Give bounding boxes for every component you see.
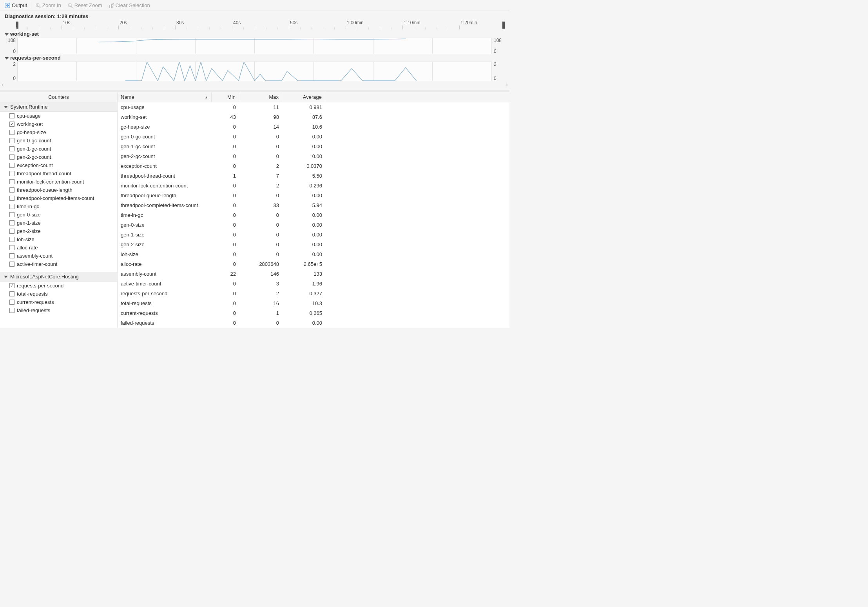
scroll-right-icon[interactable]: › — [506, 81, 508, 88]
counter-item[interactable]: working-set — [0, 120, 117, 128]
table-row[interactable]: gen-0-gc-count000.00 — [118, 132, 509, 142]
reset-zoom-button[interactable]: Reset Zoom — [65, 2, 105, 9]
counter-item[interactable]: active-timer-count — [0, 260, 117, 268]
cell-avg: 0.296 — [282, 181, 325, 191]
counter-checkbox[interactable] — [9, 179, 14, 184]
col-header-name[interactable]: Name ▲ — [118, 92, 212, 102]
counter-checkbox[interactable] — [9, 171, 14, 176]
counter-item[interactable]: threadpool-completed-items-count — [0, 194, 117, 202]
counter-item[interactable]: total-requests — [0, 290, 117, 298]
counter-checkbox[interactable] — [9, 187, 14, 193]
counter-checkbox[interactable] — [9, 113, 14, 118]
counter-group-header[interactable]: Microsoft.AspNetCore.Hosting — [0, 272, 117, 282]
counter-item[interactable]: alloc-rate — [0, 244, 117, 252]
table-row[interactable]: monitor-lock-contention-count020.296 — [118, 181, 509, 191]
table-row[interactable]: gen-2-size000.00 — [118, 240, 509, 249]
chart-plot[interactable] — [17, 62, 492, 81]
counter-item[interactable]: gen-0-size — [0, 211, 117, 219]
counter-checkbox[interactable] — [9, 212, 14, 217]
table-row[interactable]: gc-heap-size01410.6 — [118, 122, 509, 132]
table-row[interactable]: gen-2-gc-count000.00 — [118, 151, 509, 161]
clear-selection-button[interactable]: Clear Selection — [106, 2, 152, 9]
svg-rect-11 — [112, 6, 113, 8]
cell-avg: 87.6 — [282, 112, 325, 122]
col-header-max[interactable]: Max — [239, 92, 282, 102]
output-button[interactable]: Output — [2, 2, 29, 9]
table-row[interactable]: assembly-count22146133 — [118, 269, 509, 279]
counter-checkbox[interactable] — [9, 229, 14, 234]
counter-checkbox[interactable] — [9, 262, 14, 267]
table-row[interactable]: threadpool-queue-length000.00 — [118, 191, 509, 200]
table-row[interactable]: requests-per-second020.327 — [118, 289, 509, 298]
counter-item[interactable]: cpu-usage — [0, 112, 117, 120]
counter-checkbox[interactable] — [9, 245, 14, 250]
counter-item[interactable]: gen-2-size — [0, 227, 117, 235]
counter-item[interactable]: requests-per-second — [0, 282, 117, 290]
cell-min: 22 — [212, 269, 239, 279]
svg-line-3 — [39, 6, 40, 8]
counter-item[interactable]: current-requests — [0, 298, 117, 306]
counter-item[interactable]: gc-heap-size — [0, 128, 117, 136]
table-row[interactable]: threadpool-completed-items-count0335.94 — [118, 200, 509, 210]
table-row[interactable]: total-requests01610.3 — [118, 298, 509, 308]
table-row[interactable]: cpu-usage0110.981 — [118, 102, 509, 112]
col-header-avg[interactable]: Average — [282, 92, 325, 102]
table-row[interactable]: gen-1-size000.00 — [118, 230, 509, 240]
table-row[interactable]: alloc-rate028036482.65e+5 — [118, 259, 509, 269]
counter-checkbox[interactable] — [9, 146, 14, 151]
table-row[interactable]: gen-0-size000.00 — [118, 220, 509, 230]
counter-item[interactable]: threadpool-thread-count — [0, 169, 117, 178]
counter-item[interactable]: gen-0-gc-count — [0, 136, 117, 145]
counter-checkbox[interactable] — [9, 122, 14, 127]
counter-checkbox[interactable] — [9, 308, 14, 313]
table-row[interactable]: time-in-gc000.00 — [118, 210, 509, 220]
counter-item[interactable]: time-in-gc — [0, 202, 117, 211]
chart-header[interactable]: requests-per-second — [5, 54, 505, 62]
counter-label: failed-requests — [17, 307, 50, 313]
clear-selection-icon — [109, 3, 114, 8]
counter-item[interactable]: gen-2-gc-count — [0, 153, 117, 161]
counter-item[interactable]: failed-requests — [0, 306, 117, 314]
counter-item[interactable]: monitor-lock-contention-count — [0, 178, 117, 186]
col-header-min[interactable]: Min — [212, 92, 239, 102]
counter-item[interactable]: threadpool-queue-length — [0, 186, 117, 194]
counter-checkbox[interactable] — [9, 196, 14, 201]
timeline-ruler[interactable]: 10s20s30s40s50s1:00min1:10min1:20min — [0, 21, 509, 30]
end-marker[interactable] — [502, 22, 505, 29]
table-row[interactable]: loh-size000.00 — [118, 249, 509, 259]
counter-checkbox[interactable] — [9, 138, 14, 143]
table-row[interactable]: failed-requests000.00 — [118, 318, 509, 328]
chart-header[interactable]: working-set — [5, 30, 505, 38]
cell-max: 0 — [239, 132, 282, 142]
cell-avg: 0.981 — [282, 102, 325, 112]
table-row[interactable]: exception-count020.0370 — [118, 161, 509, 171]
counter-checkbox[interactable] — [9, 220, 14, 225]
table-row[interactable]: working-set439887.6 — [118, 112, 509, 122]
zoom-in-button[interactable]: Zoom In — [33, 2, 63, 9]
counter-item[interactable]: exception-count — [0, 161, 117, 169]
counter-checkbox[interactable] — [9, 204, 14, 209]
chart-plot[interactable] — [17, 38, 492, 54]
counter-item[interactable]: gen-1-size — [0, 219, 117, 227]
counter-checkbox[interactable] — [9, 154, 14, 160]
cell-max: 33 — [239, 200, 282, 210]
counter-item[interactable]: gen-1-gc-count — [0, 145, 117, 153]
counter-checkbox[interactable] — [9, 253, 14, 258]
table-row[interactable]: gen-1-gc-count000.00 — [118, 142, 509, 151]
counter-checkbox[interactable] — [9, 130, 14, 135]
counter-checkbox[interactable] — [9, 283, 14, 288]
counter-checkbox[interactable] — [9, 163, 14, 168]
counter-item[interactable]: assembly-count — [0, 252, 117, 260]
scroll-left-icon[interactable]: ‹ — [2, 81, 4, 88]
y-axis-left: 2 0 — [5, 62, 17, 81]
counter-checkbox[interactable] — [9, 300, 14, 305]
counter-label: threadpool-queue-length — [17, 187, 72, 193]
table-row[interactable]: threadpool-thread-count175.50 — [118, 171, 509, 181]
counter-group-header[interactable]: System.Runtime — [0, 102, 117, 112]
counter-checkbox[interactable] — [9, 291, 14, 296]
counter-label: current-requests — [17, 299, 54, 305]
table-row[interactable]: current-requests010.265 — [118, 308, 509, 318]
counter-item[interactable]: loh-size — [0, 235, 117, 244]
table-row[interactable]: active-timer-count031.96 — [118, 279, 509, 289]
counter-checkbox[interactable] — [9, 237, 14, 242]
